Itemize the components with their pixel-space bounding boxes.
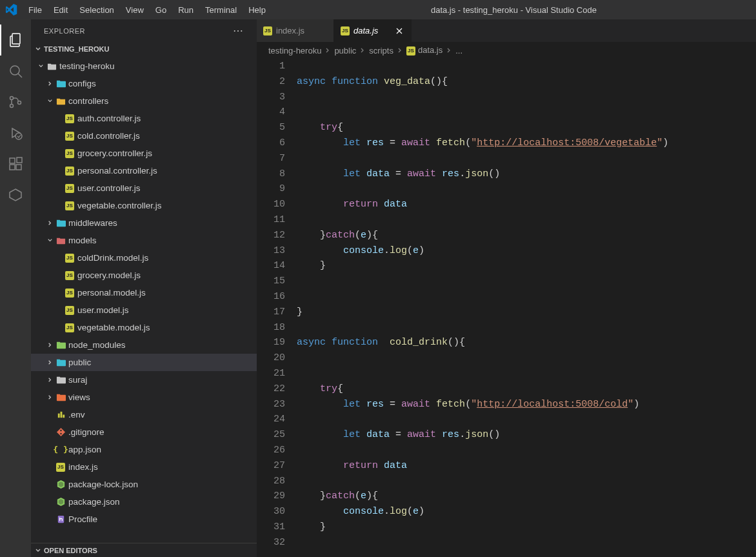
breadcrumb-item[interactable]: testing-heroku — [268, 46, 321, 56]
code-line[interactable]: }catch(e){ — [297, 489, 756, 504]
code-line[interactable] — [297, 474, 756, 489]
js-icon: JS — [63, 289, 76, 298]
menu-terminal[interactable]: Terminal — [199, 3, 243, 17]
file-app.json[interactable]: { }app.json — [31, 441, 257, 458]
menu-view[interactable]: View — [120, 3, 150, 17]
code-line[interactable]: return data — [297, 197, 756, 212]
folder-configs[interactable]: configs — [31, 75, 257, 92]
activity-debug[interactable] — [0, 117, 31, 148]
project-name: TESTING_HEROKU — [44, 45, 109, 53]
code-line[interactable] — [297, 535, 756, 551]
activity-remote[interactable] — [0, 179, 31, 210]
project-section-header[interactable]: TESTING_HEROKU — [31, 42, 257, 56]
chevron-right-icon — [45, 376, 54, 383]
breadcrumb[interactable]: testing-herokupublicscriptsJSdata.js... — [257, 42, 756, 59]
folder-suraj[interactable]: suraj — [31, 371, 257, 389]
code-line[interactable] — [297, 59, 756, 74]
folder-testing-heroku[interactable]: testing-heroku — [31, 57, 257, 75]
code-line[interactable]: try{ — [297, 120, 756, 136]
folder-icon — [54, 79, 67, 88]
code-line[interactable] — [297, 366, 756, 381]
activity-search[interactable] — [0, 56, 31, 86]
code-line[interactable] — [297, 289, 756, 305]
menu-file[interactable]: File — [23, 3, 48, 17]
code-line[interactable] — [297, 320, 756, 336]
file-user.controller.js[interactable]: JSuser.controller.js — [31, 179, 257, 197]
file-personal.controller.js[interactable]: JSpersonal.controller.js — [31, 162, 257, 179]
file-grocery.controller.js[interactable]: JSgrocery.controller.js — [31, 145, 257, 162]
tab-data.js[interactable]: JS data.js — [334, 19, 412, 42]
file-vegetable.model.js[interactable]: JSvegetable.model.js — [31, 319, 257, 336]
code-line[interactable]: let res = await fetch("http://localhost:… — [297, 136, 756, 151]
folder-controllers[interactable]: controllers — [31, 92, 257, 110]
js-icon: JS — [63, 271, 76, 280]
code-line[interactable] — [297, 105, 756, 120]
menu-run[interactable]: Run — [172, 3, 199, 17]
breadcrumb-item[interactable]: public — [334, 46, 356, 56]
file-vegetable.controller.js[interactable]: JSvegetable.controller.js — [31, 197, 257, 214]
file-cold.controller.js[interactable]: JScold.controller.js — [31, 127, 257, 145]
file-.gitignore[interactable]: .gitignore — [31, 423, 257, 441]
code-line[interactable] — [297, 274, 756, 289]
editor-body[interactable]: 1234567891011121314151617181920212223242… — [257, 59, 756, 557]
code-line[interactable] — [297, 350, 756, 366]
code-line[interactable]: let res = await fetch("http://localhost:… — [297, 397, 756, 412]
code-line[interactable] — [297, 212, 756, 228]
menu-selection[interactable]: Selection — [74, 3, 119, 17]
file-personal.model.js[interactable]: JSpersonal.model.js — [31, 284, 257, 301]
menu-go[interactable]: Go — [150, 3, 172, 17]
file-Procfile[interactable]: Procfile — [31, 511, 257, 528]
file-coldDrink.model.js[interactable]: JScoldDrink.model.js — [31, 249, 257, 267]
code-line[interactable] — [297, 412, 756, 427]
folder-public[interactable]: public — [31, 354, 257, 371]
code-line[interactable] — [297, 90, 756, 105]
activity-extensions[interactable] — [0, 148, 31, 179]
code-line[interactable]: async function veg_data(){ — [297, 74, 756, 90]
file-auth.controller.js[interactable]: JSauth.controller.js — [31, 110, 257, 127]
code-line[interactable]: try{ — [297, 381, 756, 397]
activity-scm[interactable] — [0, 86, 31, 117]
tree-item-label: Procfile — [67, 514, 97, 524]
code-line[interactable]: } — [297, 258, 756, 274]
more-icon[interactable]: ⋯ — [233, 25, 244, 37]
breadcrumb-item[interactable]: JSdata.js — [406, 45, 443, 56]
code-line[interactable]: console.log(e) — [297, 243, 756, 259]
breadcrumb-item[interactable]: ... — [455, 46, 463, 56]
file-index.js[interactable]: JSindex.js — [31, 458, 257, 476]
code-line[interactable]: async function cold_drink(){ — [297, 335, 756, 350]
code-line[interactable] — [297, 443, 756, 458]
code-line[interactable] — [297, 151, 756, 167]
code-content[interactable]: async function veg_data(){ try{ let res … — [297, 59, 756, 557]
code-line[interactable]: } — [297, 305, 756, 320]
tree-item-label: testing-heroku — [58, 61, 115, 71]
open-editors-section[interactable]: OPEN EDITORS — [31, 543, 257, 557]
tree-item-label: coldDrink.model.js — [76, 253, 148, 263]
svg-rect-8 — [10, 158, 15, 163]
tree-item-label: suraj — [67, 375, 87, 385]
folder-node_modules[interactable]: node_modules — [31, 336, 257, 354]
file-package.json[interactable]: package.json — [31, 493, 257, 511]
code-line[interactable]: console.log(e) — [297, 504, 756, 520]
code-line[interactable] — [297, 181, 756, 197]
folder-views[interactable]: views — [31, 389, 257, 406]
file-package-lock.json[interactable]: package-lock.json — [31, 476, 257, 493]
code-line[interactable]: }catch(e){ — [297, 228, 756, 243]
tab-index.js[interactable]: JS index.js — [257, 19, 334, 42]
menu-help[interactable]: Help — [243, 3, 272, 17]
file-grocery.model.js[interactable]: JSgrocery.model.js — [31, 267, 257, 284]
close-icon[interactable] — [394, 26, 404, 36]
folder-models[interactable]: models — [31, 232, 257, 249]
folder-middlewares[interactable]: middlewares — [31, 214, 257, 232]
activity-explorer[interactable] — [0, 25, 31, 56]
code-line[interactable]: let data = await res.json() — [297, 427, 756, 443]
json-icon: { } — [54, 445, 67, 454]
code-line[interactable]: let data = await res.json() — [297, 167, 756, 182]
code-line[interactable]: return data — [297, 458, 756, 474]
tree-item-label: package-lock.json — [67, 480, 138, 489]
breadcrumb-item[interactable]: scripts — [369, 46, 393, 56]
file-.env[interactable]: .env — [31, 406, 257, 423]
file-user.model.js[interactable]: JSuser.model.js — [31, 301, 257, 319]
menu-edit[interactable]: Edit — [48, 3, 74, 17]
js-icon: JS — [63, 149, 76, 158]
code-line[interactable]: } — [297, 520, 756, 535]
